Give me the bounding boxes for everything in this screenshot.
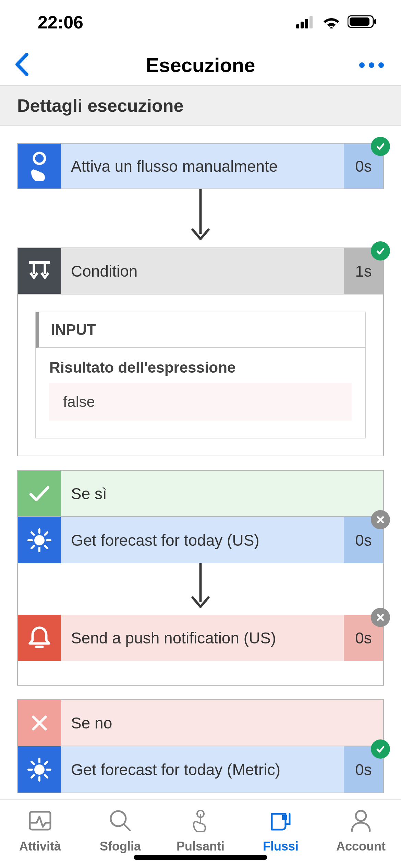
- svg-line-17: [32, 532, 34, 535]
- step-notification-us[interactable]: Send a push notification (US) 0s: [18, 615, 383, 661]
- condition-icon: [18, 248, 61, 294]
- step-no-label: Se no: [61, 700, 383, 746]
- ellipsis-dot-icon: [378, 62, 384, 68]
- svg-line-19: [45, 532, 47, 535]
- svg-rect-2: [305, 19, 308, 28]
- more-button[interactable]: [359, 62, 384, 68]
- status-indicators: [296, 12, 377, 33]
- status-badge-success: [371, 137, 390, 156]
- sun-icon: [18, 517, 61, 563]
- svg-line-18: [45, 546, 47, 548]
- section-header: Dettagli esecuzione: [0, 86, 401, 126]
- step-forecast-metric-label: Get forecast for today (Metric): [61, 746, 344, 793]
- step-no[interactable]: Se no: [18, 700, 383, 746]
- step-yes-label: Se sì: [61, 471, 383, 516]
- x-icon: [18, 700, 61, 746]
- svg-point-29: [34, 764, 45, 775]
- step-forecast-us-label: Get forecast for today (US): [61, 517, 344, 563]
- tab-account[interactable]: Account: [321, 800, 401, 868]
- status-badge-success: [371, 241, 390, 261]
- touch-icon: [187, 807, 214, 836]
- condition-input-header: INPUT: [36, 312, 365, 348]
- step-condition-label: Condition: [61, 248, 344, 294]
- svg-line-35: [45, 775, 47, 777]
- step-yes[interactable]: Se sì: [18, 471, 383, 517]
- status-badge-skipped: [371, 608, 390, 627]
- svg-line-36: [45, 762, 47, 764]
- step-forecast-us[interactable]: Get forecast for today (US) 0s: [18, 517, 383, 563]
- tab-account-label: Account: [336, 839, 386, 854]
- sun-icon: [18, 746, 61, 793]
- status-badge-success: [371, 739, 390, 759]
- tab-buttons-label: Pulsanti: [177, 839, 224, 854]
- touch-icon: [18, 144, 61, 189]
- step-trigger[interactable]: Attiva un flusso manualmente 0s: [17, 143, 384, 189]
- svg-line-37: [32, 775, 34, 777]
- condition-body: INPUT Risultato dell'espressione false: [18, 294, 383, 456]
- connector-arrow: [18, 563, 383, 615]
- tab-activity-label: Attività: [19, 839, 61, 854]
- svg-rect-0: [296, 24, 299, 28]
- bell-icon: [18, 615, 61, 661]
- step-condition-group: Condition 1s INPUT Risultato dell'espres…: [17, 248, 384, 456]
- svg-rect-1: [301, 22, 304, 28]
- connector-arrow: [17, 189, 384, 248]
- back-button[interactable]: [14, 52, 29, 78]
- tab-browse-label: Sfoglia: [100, 839, 141, 854]
- condition-input-panel: INPUT Risultato dell'espressione false: [35, 312, 366, 438]
- page-title: Esecuzione: [146, 53, 255, 76]
- ellipsis-dot-icon: [359, 62, 365, 68]
- battery-icon: [348, 12, 377, 33]
- ellipsis-dot-icon: [369, 62, 374, 68]
- flow-icon: [267, 807, 294, 836]
- svg-line-34: [32, 762, 34, 764]
- svg-rect-5: [350, 17, 369, 26]
- status-time: 22:06: [38, 12, 83, 33]
- condition-input-label: Risultato dell'espressione: [49, 359, 352, 376]
- step-trigger-label: Attiva un flusso manualmente: [61, 144, 344, 189]
- check-icon: [18, 471, 61, 516]
- run-content: Attiva un flusso manualmente 0s Conditio…: [0, 126, 401, 793]
- svg-rect-3: [309, 16, 313, 28]
- svg-rect-42: [282, 815, 287, 820]
- home-indicator[interactable]: [134, 855, 267, 860]
- tab-activity[interactable]: Attività: [0, 800, 80, 868]
- svg-point-12: [34, 535, 45, 545]
- svg-rect-9: [29, 261, 50, 264]
- nav-bar: Esecuzione: [0, 45, 401, 86]
- svg-rect-6: [374, 19, 376, 24]
- branch-yes: Se sì Get forecast for today (US) 0s: [17, 470, 384, 686]
- section-title: Dettagli esecuzione: [17, 96, 183, 116]
- step-condition[interactable]: Condition 1s: [18, 248, 383, 294]
- svg-point-43: [356, 811, 366, 821]
- tab-flows-label: Flussi: [263, 839, 299, 854]
- wifi-icon: [322, 12, 341, 33]
- activity-icon: [26, 807, 54, 836]
- person-icon: [347, 807, 375, 836]
- step-notification-us-label: Send a push notification (US): [61, 615, 344, 661]
- step-forecast-metric[interactable]: Get forecast for today (Metric) 0s: [18, 746, 383, 793]
- svg-line-40: [124, 824, 130, 830]
- svg-line-20: [32, 546, 34, 548]
- search-icon: [107, 807, 134, 836]
- cellular-icon: [296, 12, 315, 33]
- status-bar: 22:06: [0, 0, 401, 45]
- condition-input-value: false: [49, 383, 352, 421]
- status-badge-skipped: [371, 510, 390, 529]
- branch-no: Se no Get forecast for today (Metric) 0s: [17, 699, 384, 793]
